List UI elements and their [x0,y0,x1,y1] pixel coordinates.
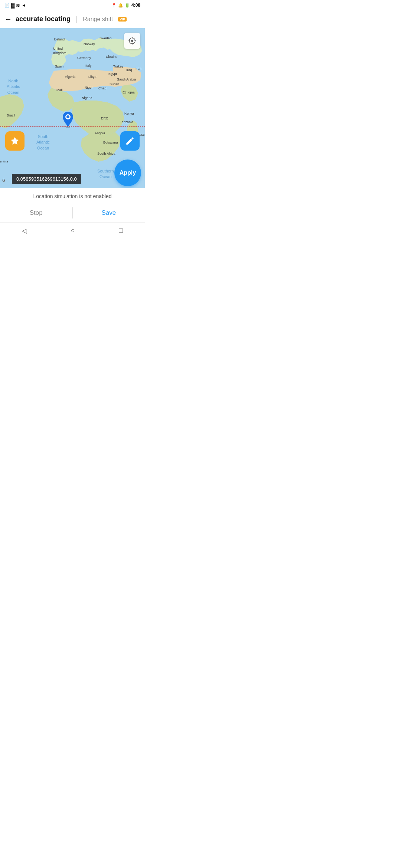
pin-svg [61,112,75,128]
svg-point-7 [66,126,70,128]
star-button[interactable] [5,131,25,151]
svg-point-2 [131,40,133,42]
action-buttons: Stop Save [0,203,145,222]
back-button[interactable]: ← [4,15,12,23]
simulation-status: Location simulation is not enabled [33,193,112,199]
edit-icon [125,136,135,146]
recents-nav-icon[interactable]: □ [119,227,123,234]
stop-button[interactable]: Stop [0,203,72,222]
save-label: Save [101,209,116,217]
status-left-icons: 📄 ▓ ≋ ◄ [4,3,26,8]
back-nav-icon[interactable]: ◁ [22,227,27,235]
alarm-icon: 🔔 [118,3,123,8]
battery-icon: 🔋 [125,3,130,8]
status-bar: 📄 ▓ ≋ ◄ 📍 🔔 🔋 4:08 [0,0,145,10]
coordinates-value: 0.058593516269613156,0.0 [16,176,77,182]
status-right-icons: 📍 🔔 🔋 4:08 [111,3,140,8]
location-pin[interactable] [61,112,75,128]
star-icon [10,136,20,146]
bottom-info: Location simulation is not enabled [0,188,145,203]
wifi-icon: ▓ [11,3,14,8]
save-button[interactable]: Save [73,203,145,222]
apply-button[interactable]: Apply [114,160,141,186]
header-divider: | [76,15,78,23]
google-watermark: G [2,178,5,183]
page-title: accurate locating [16,15,71,23]
coordinates-bar: 0.058593516269613156,0.0 [12,174,81,184]
svg-point-9 [66,115,69,118]
gps-button[interactable] [124,33,140,49]
gps-icon [128,36,137,45]
stop-label: Stop [30,209,43,217]
edit-button[interactable] [120,131,140,151]
location-status-icon: 📍 [111,3,117,8]
apply-label: Apply [120,170,136,176]
map-container[interactable]: Iceland Sweden Norway UnitedKingdom Germ… [0,28,145,188]
range-shift-label[interactable]: Range shift [83,16,113,23]
home-nav-icon[interactable]: ○ [71,227,75,234]
volume-icon: ◄ [22,3,26,7]
navigation-bar: ◁ ○ □ [0,222,145,239]
time-display: 4:08 [131,3,140,8]
header: ← accurate locating | Range shift VIP [0,10,145,28]
document-icon: 📄 [4,3,10,8]
signal-icon: ≋ [16,3,20,8]
vip-badge: VIP [118,17,127,22]
